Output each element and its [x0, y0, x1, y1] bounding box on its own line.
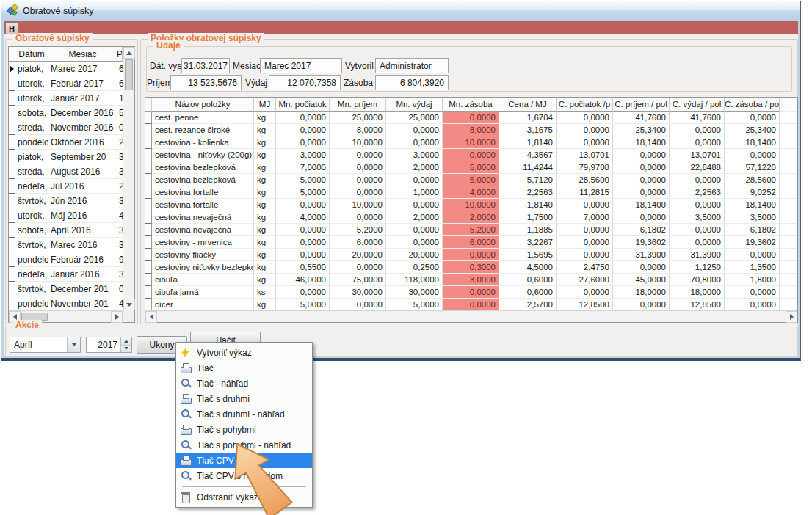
row-selector-gutter	[9, 164, 15, 179]
item-c-vydaj: 0,0000	[670, 124, 725, 136]
item-row[interactable]: cibuľa jarná ks 0,0000 30,0000 30,0000 0…	[145, 286, 797, 299]
item-row[interactable]: cestovina - niťovky (200g) kg 3,0000 0,0…	[145, 149, 797, 161]
menu-item-icon	[180, 470, 192, 481]
item-row[interactable]: cestoviny niťovky bezlepkov kg 0,5500 0,…	[145, 261, 797, 274]
item-row[interactable]: cestovina nevaječná kg 4,0000 0,0000 2,0…	[145, 211, 797, 224]
chevron-down-icon	[72, 343, 76, 346]
report-row[interactable]: štvrtok, Marec 2016 3	[9, 238, 123, 252]
menu-item[interactable]: Tlač s druhmi	[176, 391, 312, 406]
h-tab-button[interactable]: H	[5, 22, 18, 34]
row-filler	[780, 261, 797, 274]
item-mn-prijem: 75,0000	[330, 274, 386, 286]
vydaj-field[interactable]: 12 070,7358	[269, 75, 341, 90]
header-mn-vydaj[interactable]: Mn. výdaj	[386, 98, 443, 112]
report-row[interactable]: sobota, Apríl 2016 3	[9, 223, 123, 238]
zasoba-label: Zásoba	[344, 78, 373, 88]
header-nazov[interactable]: Názov položky	[152, 98, 254, 112]
item-row[interactable]: cestovina fortalle kg 5,0000 0,0000 1,00…	[145, 186, 797, 199]
report-row[interactable]: pondelo Október 2016 2	[9, 135, 123, 150]
header-mn-prijem[interactable]: Mn. príjem	[330, 98, 386, 112]
scroll-up-button[interactable]	[123, 47, 135, 59]
mesiac-field[interactable]: Marec 2017	[260, 58, 342, 73]
udaje-group-title: Udaje	[153, 40, 184, 51]
item-cena-mj: 11,4244	[499, 161, 557, 174]
item-mn-vydaj: 25,0000	[386, 112, 443, 124]
month-select-value: Apríl	[10, 340, 67, 350]
report-row[interactable]: utorok, Január 2017 1	[9, 91, 123, 106]
header-c-zasoba[interactable]: C. zásoba / po	[725, 98, 780, 112]
report-row[interactable]: pondelo Február 2016 9	[9, 252, 123, 267]
item-row[interactable]: cestovina bezlepková kg 7,0000 0,0000 2,…	[145, 161, 797, 174]
report-day: nedeľa,	[15, 267, 48, 282]
header-prijem[interactable]: P	[117, 47, 123, 62]
vytvoril-field[interactable]: Administrator	[375, 58, 449, 73]
zasoba-field[interactable]: 6 804,3920	[375, 75, 449, 90]
report-value: 5	[117, 106, 123, 120]
items-hscrollbar[interactable]	[145, 310, 797, 322]
menu-item[interactable]: Tlač - náhľad	[176, 376, 312, 391]
report-row[interactable]: pondelo November 201 4	[9, 296, 123, 310]
report-row[interactable]: utorok, Február 2017 6	[9, 76, 123, 91]
item-mn-prijem: 0,0000	[330, 186, 386, 199]
report-day: pondelo	[15, 135, 48, 150]
menu-item[interactable]: Tlač	[176, 360, 312, 376]
item-cena-mj: 4,5000	[499, 261, 557, 274]
header-mj[interactable]: MJ	[254, 98, 276, 112]
report-month: November 201	[48, 296, 117, 310]
row-gutter	[145, 136, 152, 149]
row-filler	[780, 161, 797, 174]
item-mn-prijem: 6,0000	[330, 236, 386, 249]
report-row[interactable]: piatok, Marec 2017 6	[9, 62, 123, 76]
spin-down-button[interactable]	[121, 346, 131, 353]
dropdown-button[interactable]	[67, 337, 80, 352]
reports-vscrollbar[interactable]	[123, 47, 134, 310]
menu-item-label: Tlač - náhľad	[197, 379, 248, 389]
item-mn-vydaj: 0,0000	[386, 224, 443, 236]
header-mn-zasoba[interactable]: Mn. zásoba	[443, 98, 499, 112]
scroll-down-button[interactable]	[123, 299, 135, 310]
header-c-vydaj[interactable]: C. výdaj / pol	[670, 98, 725, 112]
scroll-right-button[interactable]	[111, 311, 123, 323]
menu-item-icon	[180, 378, 192, 389]
header-mn-pociatok[interactable]: Mn. počiatok	[276, 98, 330, 112]
report-month: Máj 2016	[48, 208, 117, 223]
report-row[interactable]: nedeľa, Júl 2016 2	[9, 179, 123, 194]
item-row[interactable]: cest. rezance široké kg 0,0000 8,0000 0,…	[145, 124, 797, 136]
item-row[interactable]: cestoviny - mrvenica kg 0,0000 6,0000 0,…	[145, 236, 797, 249]
spin-up-button[interactable]	[121, 337, 131, 346]
report-row[interactable]: utorok, Máj 2016 4	[9, 208, 123, 223]
item-row[interactable]: cibuľa kg 46,0000 75,0000 118,0000 3,000…	[145, 274, 797, 286]
report-value: 3	[117, 238, 123, 252]
header-mesiac[interactable]: Mesiac	[48, 47, 117, 62]
report-row[interactable]: streda, August 2016 3	[9, 164, 123, 179]
report-row[interactable]: nedeľa, Január 2016 3	[9, 267, 123, 282]
item-row[interactable]: cícer kg 5,0000 0,0000 5,0000 0,0000 2,5…	[145, 299, 797, 311]
item-row[interactable]: cestovina bezlepková kg 5,0000 0,0000 0,…	[145, 174, 797, 186]
year-spinner[interactable]: 2017	[86, 337, 132, 353]
month-select[interactable]: Apríl	[10, 337, 81, 353]
report-row[interactable]: streda, November 2016 0	[9, 120, 123, 135]
report-row[interactable]: piatok, September 20 3	[9, 150, 123, 164]
report-row[interactable]: štvrtok, December 201 0	[9, 282, 123, 296]
report-value: 0	[117, 120, 123, 135]
row-selector-gutter	[9, 252, 15, 267]
item-row[interactable]: cestoviny fliačky kg 0,0000 20,0000 20,0…	[145, 249, 797, 261]
row-selector-gutter	[9, 120, 15, 135]
report-row[interactable]: štvrtok, Jún 2016 3	[9, 194, 123, 208]
scroll-right-button[interactable]	[786, 311, 797, 323]
item-row[interactable]: cestovina - kolienka kg 0,0000 10,0000 0…	[145, 136, 797, 149]
prijem-field[interactable]: 13 523,5676	[170, 75, 242, 90]
item-mn-vydaj: 20,0000	[386, 249, 443, 261]
item-row[interactable]: cestovina nevaječná kg 0,0000 5,2000 0,0…	[145, 224, 797, 236]
header-datum[interactable]: Dátum	[15, 47, 48, 62]
vscroll-thumb[interactable]	[125, 59, 133, 90]
header-cena-mj[interactable]: Cena / MJ	[499, 98, 557, 112]
item-row[interactable]: cestovina fortalle kg 0,0000 10,0000 0,0…	[145, 199, 797, 211]
scroll-left-button[interactable]	[145, 311, 157, 323]
menu-item[interactable]: Vytvoriť výkaz	[176, 345, 312, 360]
item-row[interactable]: cest. penne kg 0,0000 25,0000 25,0000 0,…	[145, 112, 797, 124]
header-c-pociatok[interactable]: C. počiatok /p	[557, 98, 613, 112]
report-row[interactable]: sobota, December 2016 5	[9, 106, 123, 120]
header-c-prijem[interactable]: C. príjem / pol	[613, 98, 670, 112]
dat-vyst-field[interactable]: 31.03.2017	[181, 58, 230, 73]
